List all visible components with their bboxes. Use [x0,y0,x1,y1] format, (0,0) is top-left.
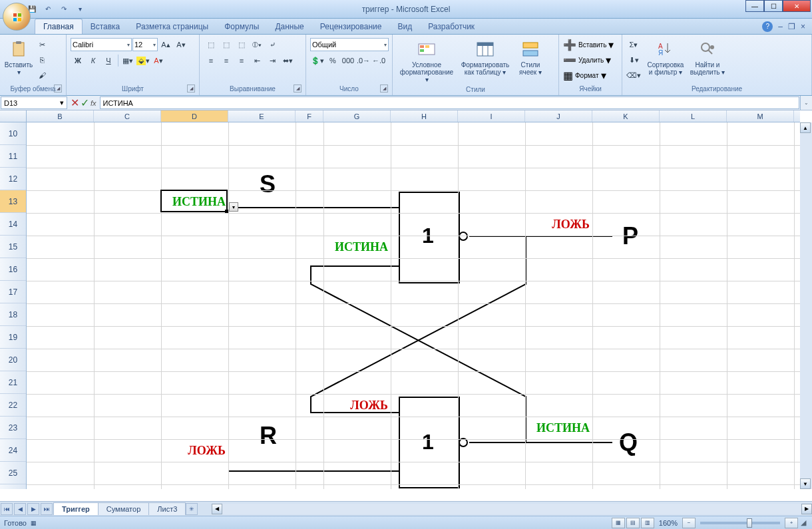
row-header[interactable]: 24 [0,439,26,462]
sheet-tab[interactable]: Триггер [53,502,99,515]
column-header[interactable]: G [323,110,391,122]
decrease-decimal-button[interactable]: ←.0 [371,53,386,68]
column-header[interactable]: F [296,110,323,122]
alignment-launcher[interactable]: ◢ [294,85,302,92]
italic-button[interactable]: К [86,53,101,68]
fx-button[interactable]: fx [91,99,97,107]
inner-restore[interactable]: ❐ [788,22,795,31]
grow-font-button[interactable]: A▴ [158,37,173,52]
row-header[interactable]: 13 [0,190,26,213]
vertical-scrollbar[interactable]: ▲ ▼ [800,122,812,489]
minimize-button[interactable]: — [745,0,764,12]
align-left-button[interactable]: ≡ [204,53,218,68]
formula-input[interactable]: ИСТИНА [100,96,799,109]
worksheet-grid[interactable]: BCDEFGHIJKLM 101112131415161718192021222… [0,110,812,501]
tab-разработчик[interactable]: Разработчик [420,19,483,34]
number-launcher[interactable]: ◢ [380,85,388,92]
row-header[interactable]: 19 [0,326,26,349]
enter-formula-icon[interactable]: ✓ [81,96,89,109]
format-cells-button[interactable]: Формат [575,72,599,79]
tab-разметка страницы[interactable]: Разметка страницы [128,19,216,34]
border-button[interactable]: ▦▾ [120,53,135,68]
column-header[interactable]: D [161,110,228,122]
copy-button[interactable]: ⎘ [35,53,49,67]
thousands-button[interactable]: 000 [341,53,355,68]
column-header[interactable]: M [727,110,794,122]
bold-button[interactable]: Ж [71,53,85,68]
cell-value[interactable]: ЛОЖЬ [161,439,228,462]
clipboard-launcher[interactable]: ◢ [54,85,62,92]
fill-button[interactable]: ⬇▾ [626,53,641,67]
sheet-nav-next[interactable]: ▶ [27,503,39,515]
column-header[interactable]: B [27,110,94,122]
row-header[interactable]: 16 [0,258,26,281]
row-header[interactable]: 21 [0,371,26,394]
undo-button[interactable]: ↶ [41,3,55,16]
tab-формулы[interactable]: Формулы [216,19,267,34]
cell-dropdown-button[interactable]: ▼ [229,202,238,212]
tab-рецензирование[interactable]: Рецензирование [312,19,390,34]
cell-value[interactable]: ЛОЖЬ [323,394,391,417]
office-button[interactable] [3,3,31,31]
sheet-nav-last[interactable]: ⏭ [41,503,53,515]
column-header[interactable]: L [660,110,727,122]
help-button[interactable]: ? [762,21,773,32]
zoom-out-button[interactable]: − [682,518,696,528]
row-header[interactable]: 14 [0,213,26,236]
currency-button[interactable]: 💲▾ [310,53,325,68]
column-header[interactable]: C [94,110,161,122]
column-header[interactable]: J [525,110,592,122]
align-top-button[interactable]: ⬚ [204,37,218,52]
zoom-slider[interactable] [700,522,780,524]
row-header[interactable]: 15 [0,236,26,258]
increase-indent-button[interactable]: ⇥ [265,53,280,68]
font-name-combo[interactable]: Calibri▾ [71,38,132,51]
orientation-button[interactable]: ⦷▾ [250,37,264,52]
normal-view-button[interactable]: ▦ [612,518,625,528]
align-bottom-button[interactable]: ⬚ [234,37,249,52]
sheet-nav-first[interactable]: ⏮ [1,503,13,515]
delete-cells-button[interactable]: Удалить [578,57,604,64]
decrease-indent-button[interactable]: ⇤ [250,53,264,68]
font-color-button[interactable]: A▾ [151,53,166,68]
new-sheet-button[interactable]: ✳ [186,503,198,515]
inner-close[interactable]: × [801,22,805,31]
cell-value[interactable]: ИСТИНА [525,417,592,439]
redo-button[interactable]: ↷ [57,3,71,16]
row-header[interactable]: 12 [0,168,26,190]
qat-dropdown[interactable]: ▾ [73,3,87,16]
row-header[interactable]: 20 [0,349,26,371]
row-header[interactable]: 11 [0,145,26,168]
shrink-font-button[interactable]: A▾ [174,37,188,52]
wrap-text-button[interactable]: ⤶ [265,37,280,52]
increase-decimal-button[interactable]: .0→ [356,53,371,68]
number-format-combo[interactable]: Общий▾ [310,38,389,51]
row-header[interactable]: 22 [0,394,26,417]
sort-filter-button[interactable]: АЯ Сортировка и фильтр ▾ [645,37,686,77]
font-size-combo[interactable]: 12▾ [132,38,158,51]
cell-value[interactable]: ИСТИНА [161,190,228,213]
autosum-button[interactable]: Σ▾ [626,37,641,52]
align-right-button[interactable]: ≡ [234,53,249,68]
cut-button[interactable]: ✂ [35,37,49,52]
fill-color-button[interactable]: ⬙▾ [136,53,150,68]
maximize-button[interactable]: ☐ [764,0,783,12]
horizontal-scrollbar[interactable]: ◀ ▶ [212,504,812,514]
column-header[interactable]: K [592,110,660,122]
expand-formula-bar[interactable]: ⌄ [800,96,812,110]
scroll-right-button[interactable]: ▶ [801,504,812,514]
scroll-up-button[interactable]: ▲ [800,122,811,133]
tab-вид[interactable]: Вид [389,19,420,34]
find-select-button[interactable]: Найти и выделить ▾ [688,37,727,77]
sheet-nav-prev[interactable]: ◀ [14,503,26,515]
scroll-down-button[interactable]: ▼ [800,478,811,489]
page-layout-view-button[interactable]: ▤ [626,518,640,528]
clear-button[interactable]: ⌫▾ [626,68,641,83]
conditional-formatting-button[interactable]: Условное форматирование ▾ [397,37,457,85]
scroll-left-button[interactable]: ◀ [212,504,222,514]
zoom-in-button[interactable]: + [785,518,798,528]
column-header[interactable]: I [458,110,525,122]
row-header[interactable]: 25 [0,462,26,484]
inner-minimize[interactable]: – [778,22,783,31]
tab-данные[interactable]: Данные [267,19,311,34]
